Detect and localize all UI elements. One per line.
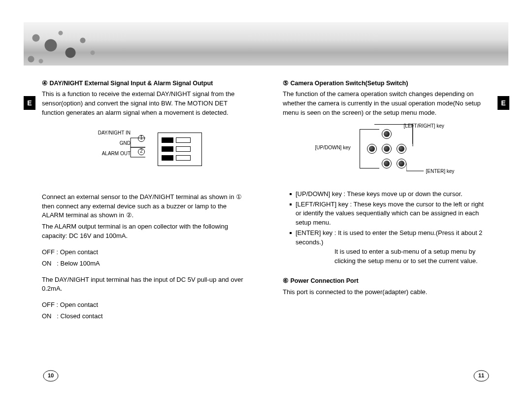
banner-bubbles-graphic [24,26,102,66]
heading-camera-switch: ⑤ Camera Operation Switch(Setup Switch) [290,79,490,88]
page-number-right: 11 [476,372,487,378]
left-p5b: ON : Closed contact [42,312,249,321]
intro-day-night: This is a function to receive the extern… [42,90,249,118]
left-column: ④ DAY/NIGHT External Signal Input & Alar… [42,79,249,323]
terminal-block [158,133,202,166]
key-descriptions: [UP/DOWN] key : These keys move up or do… [283,190,490,247]
svg-point-0 [43,370,58,381]
label-daynight-in: DAY/NIGHT IN [81,130,131,137]
dial-enter [397,159,406,168]
label-gnd: GND [81,140,131,147]
intro-camera-switch: The function of the camera operation swi… [283,90,490,118]
label-enter: [ENTER] key [426,168,455,175]
key-leftright-desc: [LEFT/RIGHT] key : These keys move the c… [290,200,490,228]
heading-day-night: ④ DAY/NIGHT External Signal Input & Alar… [49,79,249,88]
label-updown: [UP/DOWN] key [315,144,351,152]
left-p2: The ALARM output terminal is an open col… [42,222,249,241]
key-enter-extra: It is used to enter a sub-menu of a setu… [283,247,490,266]
terminal-diagram: 1 2 DAY/NIGHT IN GND ALARM OUT [42,128,244,182]
left-p3b: ON : Below 100mA [42,259,249,268]
left-p4: The DAY/NIGHT input terminal has the inp… [42,275,249,294]
enter-line [406,164,426,173]
key-enter-desc: [ENTER] key : It is used to enter the Se… [290,229,490,247]
circled-1: 1 [138,135,145,142]
page-number-left: 10 [45,372,56,378]
switch-diagram: [UP/DOWN] key [LEFT/RIGHT] key [ENTER] k… [310,127,463,181]
left-p3a: OFF : Open contact [42,248,249,257]
heading-power-port: ⑥ Power Connection Port [290,276,490,285]
circled-2: 2 [138,148,145,155]
left-p5a: OFF : Open contact [42,301,249,310]
section-tab-left: E [24,96,35,110]
power-port-desc: This port is connected to the power(adap… [283,288,490,297]
label-alarm-out: ALARM OUT [81,150,131,158]
section-tab-right: E [498,96,509,110]
label-leftright: [LEFT/RIGHT] key [404,123,444,130]
key-updown-desc: [UP/DOWN] key : These keys move up or do… [290,190,490,199]
svg-point-1 [474,370,489,381]
left-p1: Connect an external sensor to the DAY/NI… [42,193,249,221]
dial-down [382,159,392,168]
dial-right [397,144,406,154]
dial-center [382,144,392,154]
right-column: ⑤ Camera Operation Switch(Setup Switch) … [283,79,490,323]
